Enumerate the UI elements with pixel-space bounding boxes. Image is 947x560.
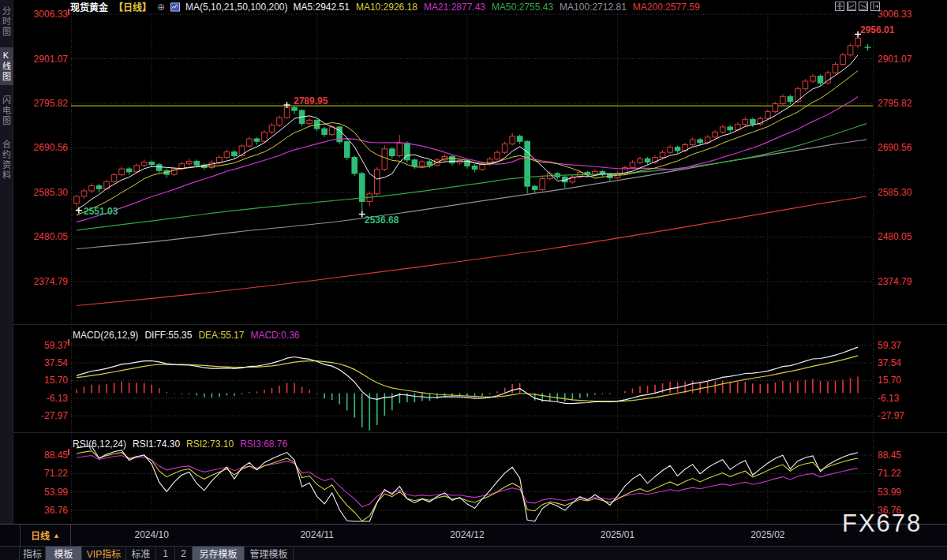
candle-body [690, 140, 695, 144]
indicator-value: RSI1:74.30 [133, 439, 180, 450]
macd-header: MACD(26,12,9) DIFF:55.35DEA:55.17MACD:0.… [73, 330, 305, 341]
candle-body [750, 119, 756, 124]
triangle-up-icon: ▲ [53, 532, 60, 539]
candle-body [412, 160, 417, 166]
rsi-header: RSI(6,12,24) RSI1:74.30RSI2:73.10RSI3:68… [73, 439, 294, 450]
axis-label: 2585.30 [17, 187, 68, 198]
candle-body [307, 120, 313, 123]
toolbar-button[interactable]: 模板 [46, 547, 82, 560]
toolbar-button[interactable]: 1 [156, 547, 175, 560]
toolbar-button[interactable]: VIP指标 [82, 547, 126, 560]
ma50-line [77, 124, 867, 230]
price-annotation: 2789.95 [294, 95, 328, 106]
ma100-line [77, 140, 867, 248]
ma-params-label: MA(5,10,21,50,100,200) [185, 2, 287, 13]
axis-tick [68, 339, 69, 345]
candle-body [668, 147, 673, 152]
axis-label: 3006.33 [17, 9, 68, 20]
candle-body [269, 125, 275, 133]
circle-plus-icon[interactable]: ⊕ [157, 2, 165, 12]
candle-body [277, 118, 283, 125]
candle-body [698, 140, 703, 143]
candle-body [352, 158, 357, 174]
time-axis-row: 日线 ▲ 2024/102024/112024/122025/012025/02 [0, 524, 947, 546]
indicator-value: MA200:2577.59 [633, 2, 700, 13]
rsi6-line [77, 446, 858, 522]
candle-body [322, 129, 328, 135]
indicator-value: MA10:2926.18 [356, 2, 417, 13]
candle-body [96, 186, 102, 189]
date-label: 2024/11 [300, 529, 334, 540]
axis-label: -6.13 [878, 393, 899, 404]
candle-body [359, 174, 365, 201]
candle-body [292, 107, 298, 110]
candle-body [675, 147, 680, 151]
toolbar-button[interactable]: 标准 [126, 547, 156, 560]
candle-body [495, 152, 500, 159]
toolbar-button[interactable]: 指标 [19, 547, 46, 560]
candle-body [194, 161, 200, 165]
candle-body [630, 162, 635, 167]
axis-label: 53.99 [17, 487, 68, 498]
candle-body [247, 139, 253, 146]
date-label: 2025/02 [750, 529, 784, 540]
candle-body [773, 103, 778, 111]
axis-label: 53.99 [878, 487, 901, 498]
candle-body [375, 170, 380, 194]
candle-body [502, 144, 507, 152]
indicator-value: MA100:2712.81 [560, 2, 627, 13]
axis-label: 2690.56 [878, 142, 911, 153]
candle-body [149, 162, 155, 165]
candle-body [329, 127, 335, 135]
axis-tick [68, 449, 69, 455]
sidebar-item-tab[interactable]: 闪电图 [0, 92, 13, 129]
sidebar-item-active[interactable]: K线图 [0, 47, 13, 85]
candle-body [728, 127, 733, 130]
candle-body [126, 169, 132, 172]
candle-body [517, 136, 522, 141]
indicator-value: MA21:2877.43 [424, 2, 485, 13]
axis-label: 2480.05 [17, 231, 68, 242]
axis-label: -6.13 [17, 393, 68, 404]
axis-label: 15.70 [878, 375, 901, 386]
indicator-value: MA5:2942.51 [294, 2, 350, 13]
candle-body [224, 152, 230, 158]
axis-label: 2795.82 [878, 98, 911, 109]
axis-label: 2901.07 [878, 54, 911, 65]
axis-tick [68, 9, 69, 15]
axis-label: 3006.33 [878, 9, 911, 20]
toolbar-button[interactable]: 2 [175, 547, 193, 560]
candle-body [510, 136, 515, 144]
price-annotation: 2536.68 [365, 215, 399, 226]
candle-body [713, 132, 718, 136]
date-label: 2024/10 [134, 529, 168, 540]
macd-params-label: MACD(26,12,9) [73, 330, 138, 341]
candle-body [81, 191, 87, 196]
sidebar-item-tab[interactable]: 分时图 [0, 3, 13, 40]
candle-body [344, 142, 350, 158]
toolbar-button[interactable]: 管理模板 [245, 547, 294, 560]
axis-label: 2690.56 [17, 142, 68, 153]
sidebar-item-tab[interactable]: 合约资料 [0, 136, 13, 184]
sidebar: 分时图K线图闪电图合约资料 [0, 0, 13, 524]
candle-body [187, 161, 193, 163]
crosshair-icon[interactable] [835, 2, 844, 11]
axis-label: 59.37 [878, 340, 901, 351]
axis-label: 2374.79 [17, 276, 68, 287]
candle-body [89, 186, 95, 191]
rsi-params-label: RSI(6,12,24) [73, 439, 126, 450]
period-selector-label: 日线 [31, 528, 50, 542]
candle-body [743, 119, 748, 124]
pane-add-icon[interactable] [847, 2, 856, 11]
axis-label: 2585.30 [878, 187, 911, 198]
pane-collapse-icon[interactable] [870, 2, 880, 11]
period-selector[interactable]: 日线 ▲ [20, 525, 71, 546]
candle-body [217, 158, 223, 162]
chart-canvas[interactable] [0, 0, 947, 560]
toolbar-button[interactable]: 另存模板 [193, 547, 245, 560]
axis-label: 71.22 [17, 468, 68, 479]
candle-body [810, 77, 816, 81]
candle-body [780, 96, 786, 103]
pane-indicator-icon[interactable] [859, 2, 868, 11]
candle-body [262, 132, 268, 141]
